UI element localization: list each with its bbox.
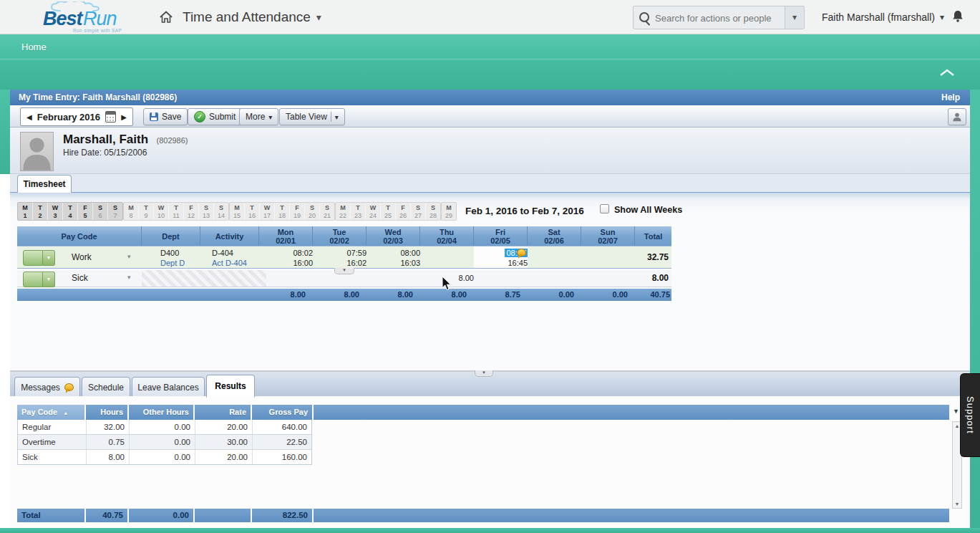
calendar-day[interactable]: F19 [290,203,305,220]
calendar-day[interactable]: S6 [93,203,108,220]
page-title: My Time Entry: Faith Marshall (802986) [19,92,177,102]
search-input[interactable] [654,9,784,27]
tab-schedule[interactable]: Schedule [82,377,130,398]
calendar-day[interactable]: S7 [108,203,122,220]
calendar-day[interactable]: M22 [336,203,351,220]
calendar-day[interactable]: M29 [442,203,456,220]
calendar-day[interactable]: T23 [351,203,366,220]
calendar-day[interactable]: T11 [169,203,184,220]
calendar-week-4[interactable]: M22 T23 W24 T25 F26 S27 S28 [335,202,441,221]
help-link[interactable]: Help [941,92,960,102]
calendar-day[interactable]: S28 [426,203,440,220]
calendar-day[interactable]: T16 [245,203,260,220]
add-row-split-button[interactable] [23,272,55,287]
user-menu[interactable]: Faith Marshall (fmarshall) [822,9,944,25]
app-title-menu[interactable]: Time and Attendance [183,7,321,27]
save-button[interactable]: Save [143,108,188,125]
calendar-day[interactable]: F5 [78,203,93,220]
global-search [633,6,805,29]
app-title: Time and Attendance [183,9,311,25]
calendar-week-1[interactable]: M1 T2 W3 T4 F5 S6 S7 [17,202,123,221]
results-header-gross-pay[interactable]: Gross Pay [252,405,312,420]
calendar-day[interactable]: F12 [184,203,199,220]
splitter-handle[interactable] [475,370,493,377]
submit-button[interactable]: Submit [188,108,242,125]
results-header-rate[interactable]: Rate [195,405,251,420]
calendar-day[interactable]: T4 [63,203,78,220]
results-row-sick[interactable]: Sick 8.00 0.00 20.00 160.00 [18,450,311,464]
add-row-split-button[interactable] [23,250,55,266]
logo-tagline: Run simple with SAP [73,28,122,33]
home-icon[interactable] [159,10,173,24]
pay-code-dropdown-icon[interactable] [127,274,131,281]
comment-icon[interactable] [517,249,526,256]
pay-code-value[interactable]: Sick [72,273,88,283]
person-icon [952,112,962,122]
previous-period-button[interactable] [26,113,32,121]
time-cell-wed[interactable]: 08:0016:03 [367,248,432,268]
add-row-menu-icon[interactable] [43,272,55,287]
calendar-week-2[interactable]: M8 T9 W10 T11 F12 S13 S14 [123,202,229,221]
add-row-plus-icon[interactable] [23,250,43,266]
total-mon: 8.00 [259,290,313,299]
calendar-day[interactable]: T18 [275,203,290,220]
more-button[interactable]: More [239,108,278,125]
calendar-day[interactable]: S27 [411,203,426,220]
calendar-week-5[interactable]: M29 [441,202,457,221]
show-all-weeks-checkbox[interactable] [600,204,609,213]
results-header-other-hours[interactable]: Other Hours [129,405,193,420]
column-header-wed: Wed02/03 [367,226,420,246]
results-row-overtime[interactable]: Overtime 0.75 0.00 30.00 22.50 [18,435,311,450]
calendar-day[interactable]: S21 [320,203,334,220]
tab-leave-balances[interactable]: Leave Balances [132,377,205,398]
bottom-teal-strip [0,528,980,533]
dept-link[interactable]: Dept D [160,258,210,268]
calendar-day[interactable]: W10 [154,203,169,220]
results-header-pay-code[interactable]: Pay Code [17,405,84,420]
results-total-gross-pay: 822.50 [252,509,312,522]
calendar-icon[interactable] [105,111,116,123]
row-expander-handle[interactable] [334,268,354,274]
time-cell-fri[interactable]: 08:07 16:45 [474,248,539,268]
calendar-day[interactable]: S20 [305,203,320,220]
add-row-plus-icon[interactable] [23,272,43,287]
profile-toolbar-button[interactable] [948,108,966,125]
pay-code-dropdown-icon[interactable] [127,253,131,260]
calendar-day[interactable]: S13 [199,203,214,220]
calendar-day[interactable]: T25 [381,203,396,220]
table-view-button[interactable]: Table View [279,108,345,125]
collapse-chevron-up-icon[interactable] [939,68,955,77]
tab-messages[interactable]: Messages [14,377,80,398]
scroll-down-icon[interactable] [953,501,961,506]
chevron-down-icon [940,12,944,22]
add-row-menu-icon[interactable] [43,250,55,266]
calendar-day[interactable]: F26 [396,203,411,220]
calendar-day[interactable]: W24 [366,203,381,220]
breadcrumb-home-link[interactable]: Home [21,42,47,52]
next-period-button[interactable] [121,113,127,121]
period-label: February 2016 [37,112,100,123]
teal-banner: Home [0,34,980,90]
pay-code-value[interactable]: Work [72,252,92,262]
calendar-day[interactable]: M1 [18,203,33,220]
calendar-day[interactable]: S14 [214,203,228,220]
calendar-day[interactable]: W3 [48,203,63,220]
calendar-day[interactable]: T2 [33,203,48,220]
tab-timesheet[interactable]: Timesheet [17,175,72,193]
calendar-week-3[interactable]: M15 T16 W17 T18 F19 S20 S21 [229,202,335,221]
search-scope-dropdown[interactable] [785,6,804,29]
results-total-other-hours: 0.00 [129,509,193,522]
employee-hire-date: Hire Date: 05/15/2006 [63,148,147,158]
table-options-dropdown-icon[interactable] [953,408,959,415]
tab-results[interactable]: Results [206,375,255,398]
notifications-bell-icon[interactable] [951,9,965,24]
calendar-day[interactable]: M8 [124,203,139,220]
results-row-regular[interactable]: Regular 32.00 0.00 20.00 640.00 [18,420,311,435]
bestrun-logo[interactable]: Best Run Run simple with SAP [42,1,124,33]
calendar-day[interactable]: T9 [139,203,154,220]
calendar-day[interactable]: M15 [230,203,245,220]
calendar-day[interactable]: W17 [260,203,275,220]
results-header-hours[interactable]: Hours [86,405,127,420]
hours-cell-thu[interactable]: 8.00 [420,273,485,283]
support-tab[interactable]: Support [960,373,980,457]
